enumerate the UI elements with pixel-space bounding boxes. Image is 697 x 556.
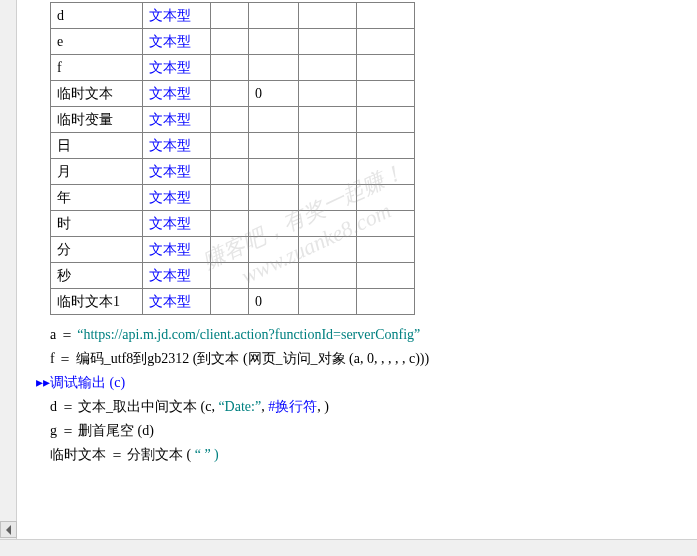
blank-cell[interactable] <box>299 289 357 315</box>
var-type-cell[interactable]: 文本型 <box>143 185 211 211</box>
var-temp: 临时文本 <box>50 447 106 462</box>
fn-encode: 编码_utf8到gb2312 <box>76 351 190 366</box>
blank-cell[interactable] <box>211 263 249 289</box>
vertical-scrollbar[interactable] <box>0 0 17 556</box>
var-type-cell[interactable]: 文本型 <box>143 211 211 237</box>
fn-totext: 到文本 <box>197 351 239 366</box>
horizontal-scrollbar[interactable] <box>0 539 697 556</box>
var-d: d <box>50 399 57 414</box>
var-type-cell[interactable]: 文本型 <box>143 3 211 29</box>
var-value-cell[interactable] <box>249 211 299 237</box>
code-line-5: g ＝ 删首尾空 (d) <box>50 419 697 443</box>
var-type-cell[interactable]: 文本型 <box>143 263 211 289</box>
assign-op: ＝ <box>106 447 127 462</box>
scroll-left-arrow[interactable] <box>0 521 17 538</box>
var-value-cell[interactable] <box>249 133 299 159</box>
var-type-cell[interactable]: 文本型 <box>143 29 211 55</box>
blank-cell[interactable] <box>357 55 415 81</box>
blank-cell[interactable] <box>211 29 249 55</box>
blank-cell[interactable] <box>299 159 357 185</box>
table-row[interactable]: 年文本型 <box>51 185 415 211</box>
blank-cell[interactable] <box>357 237 415 263</box>
blank-cell[interactable] <box>211 107 249 133</box>
table-row[interactable]: 临时文本1文本型0 <box>51 289 415 315</box>
var-name-cell[interactable]: 分 <box>51 237 143 263</box>
blank-cell[interactable] <box>299 133 357 159</box>
table-row[interactable]: 临时变量文本型 <box>51 107 415 133</box>
blank-cell[interactable] <box>211 133 249 159</box>
var-name-cell[interactable]: 年 <box>51 185 143 211</box>
var-type-cell[interactable]: 文本型 <box>143 237 211 263</box>
var-name-cell[interactable]: 时 <box>51 211 143 237</box>
blank-cell[interactable] <box>211 159 249 185</box>
var-value-cell[interactable] <box>249 159 299 185</box>
var-type-cell[interactable]: 文本型 <box>143 289 211 315</box>
var-name-cell[interactable]: 临时文本 <box>51 81 143 107</box>
blank-cell[interactable] <box>299 237 357 263</box>
blank-cell[interactable] <box>211 211 249 237</box>
table-row[interactable]: 分文本型 <box>51 237 415 263</box>
table-row[interactable]: f文本型 <box>51 55 415 81</box>
var-value-cell[interactable] <box>249 107 299 133</box>
blank-cell[interactable] <box>299 185 357 211</box>
var-type-cell[interactable]: 文本型 <box>143 81 211 107</box>
code-line-4: d ＝ 文本_取出中间文本 (c, “Date:”, #换行符, ) <box>50 395 697 419</box>
var-value-cell[interactable] <box>249 3 299 29</box>
var-value-cell[interactable] <box>249 263 299 289</box>
blank-cell[interactable] <box>211 289 249 315</box>
var-name-cell[interactable]: f <box>51 55 143 81</box>
fn-webvisit: 网页_访问_对象 <box>248 351 346 366</box>
blank-cell[interactable] <box>299 211 357 237</box>
table-row[interactable]: 时文本型 <box>51 211 415 237</box>
table-row[interactable]: 日文本型 <box>51 133 415 159</box>
paren: ( <box>183 447 191 462</box>
blank-cell[interactable] <box>211 3 249 29</box>
table-row[interactable]: 月文本型 <box>51 159 415 185</box>
var-type-cell[interactable]: 文本型 <box>143 159 211 185</box>
var-value-cell[interactable]: 0 <box>249 289 299 315</box>
blank-cell[interactable] <box>357 81 415 107</box>
blank-cell[interactable] <box>299 81 357 107</box>
blank-cell[interactable] <box>211 185 249 211</box>
var-type-cell[interactable]: 文本型 <box>143 55 211 81</box>
blank-cell[interactable] <box>357 159 415 185</box>
table-row[interactable]: d文本型 <box>51 3 415 29</box>
blank-cell[interactable] <box>357 3 415 29</box>
var-name-cell[interactable]: 日 <box>51 133 143 159</box>
var-name-cell[interactable]: 月 <box>51 159 143 185</box>
blank-cell[interactable] <box>299 55 357 81</box>
assign-op: ＝ <box>55 351 76 366</box>
blank-cell[interactable] <box>299 107 357 133</box>
blank-cell[interactable] <box>299 263 357 289</box>
blank-cell[interactable] <box>357 133 415 159</box>
code-area[interactable]: a ＝ “https://api.m.jd.com/client.action?… <box>20 323 697 467</box>
table-row[interactable]: e文本型 <box>51 29 415 55</box>
var-name-cell[interactable]: 临时文本1 <box>51 289 143 315</box>
var-value-cell[interactable] <box>249 185 299 211</box>
blank-cell[interactable] <box>299 3 357 29</box>
var-name-cell[interactable]: e <box>51 29 143 55</box>
blank-cell[interactable] <box>357 185 415 211</box>
var-value-cell[interactable] <box>249 29 299 55</box>
blank-cell[interactable] <box>211 237 249 263</box>
table-row[interactable]: 秒文本型 <box>51 263 415 289</box>
var-type-cell[interactable]: 文本型 <box>143 107 211 133</box>
blank-cell[interactable] <box>357 29 415 55</box>
blank-cell[interactable] <box>357 107 415 133</box>
blank-cell[interactable] <box>357 289 415 315</box>
var-name-cell[interactable]: d <box>51 3 143 29</box>
blank-cell[interactable] <box>357 211 415 237</box>
blank-cell[interactable] <box>299 29 357 55</box>
var-type-cell[interactable]: 文本型 <box>143 133 211 159</box>
code-line-2: f ＝ 编码_utf8到gb2312 (到文本 (网页_访问_对象 (a, 0,… <box>50 347 697 371</box>
var-value-cell[interactable]: 0 <box>249 81 299 107</box>
var-name-cell[interactable]: 秒 <box>51 263 143 289</box>
blank-cell[interactable] <box>211 81 249 107</box>
var-value-cell[interactable] <box>249 55 299 81</box>
var-name-cell[interactable]: 临时变量 <box>51 107 143 133</box>
table-row[interactable]: 临时文本文本型0 <box>51 81 415 107</box>
string-url: “https://api.m.jd.com/client.action?func… <box>77 327 420 342</box>
var-value-cell[interactable] <box>249 237 299 263</box>
blank-cell[interactable] <box>357 263 415 289</box>
blank-cell[interactable] <box>211 55 249 81</box>
